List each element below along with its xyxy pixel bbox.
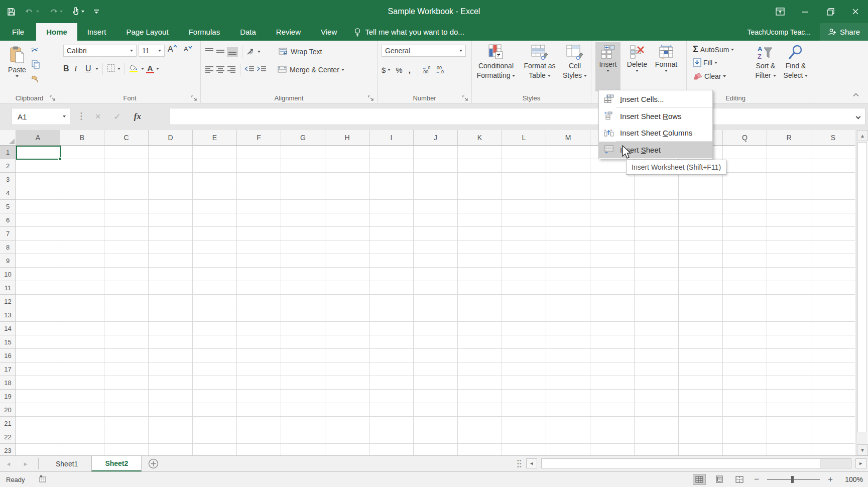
cell-A17[interactable]: [16, 362, 60, 376]
tab-insert[interactable]: Insert: [77, 23, 116, 41]
row-header-2[interactable]: 2: [0, 159, 16, 173]
cell-O18[interactable]: [635, 376, 679, 390]
cell-Q15[interactable]: [723, 335, 767, 349]
alignment-dialog-launcher[interactable]: [368, 95, 375, 101]
cell-Q1[interactable]: [723, 146, 767, 159]
cell-H13[interactable]: [325, 308, 369, 322]
cell-E6[interactable]: [193, 213, 237, 227]
horizontal-scroll-thumb[interactable]: [542, 459, 820, 468]
cell-Q10[interactable]: [723, 268, 767, 281]
cell-E19[interactable]: [193, 390, 237, 403]
zoom-in-button[interactable]: +: [827, 474, 834, 484]
cell-Q9[interactable]: [723, 254, 767, 268]
column-header-A[interactable]: A: [16, 130, 60, 146]
cell-E12[interactable]: [193, 295, 237, 308]
cell-L19[interactable]: [502, 390, 546, 403]
cell-L1[interactable]: [502, 146, 546, 159]
sheet-tab-sheet1[interactable]: Sheet1: [43, 456, 91, 471]
find-select-button[interactable]: Find & Select: [781, 42, 810, 80]
clear-button[interactable]: Clear: [693, 72, 726, 80]
cell-K9[interactable]: [458, 254, 502, 268]
cell-C2[interactable]: [104, 159, 149, 173]
cell-D9[interactable]: [149, 254, 193, 268]
column-header-B[interactable]: B: [60, 130, 104, 146]
name-box[interactable]: A1: [11, 108, 70, 125]
column-header-M[interactable]: M: [546, 130, 590, 146]
cell-H10[interactable]: [325, 268, 369, 281]
tab-view[interactable]: View: [311, 23, 347, 41]
scroll-up-icon[interactable]: ▲: [857, 130, 868, 141]
cell-P7[interactable]: [679, 227, 723, 240]
cell-M4[interactable]: [546, 186, 590, 200]
cell-styles-button[interactable]: Cell Styles: [560, 41, 589, 80]
underline-button[interactable]: U: [85, 64, 93, 73]
cell-J9[interactable]: [414, 254, 458, 268]
cell-B18[interactable]: [60, 376, 104, 390]
row-header-17[interactable]: 17: [0, 362, 16, 376]
cell-S3[interactable]: [811, 173, 855, 186]
cell-A5[interactable]: [16, 200, 60, 213]
number-dialog-launcher[interactable]: [462, 95, 469, 101]
cell-A15[interactable]: [16, 335, 60, 349]
horizontal-scrollbar[interactable]: •••••• ◄ ►: [517, 455, 866, 471]
cell-C7[interactable]: [104, 227, 149, 240]
cell-Q16[interactable]: [723, 349, 767, 362]
cell-F8[interactable]: [237, 240, 281, 254]
cell-R10[interactable]: [767, 268, 811, 281]
cell-C10[interactable]: [104, 268, 149, 281]
row-header-16[interactable]: 16: [0, 349, 16, 362]
cell-N5[interactable]: [590, 200, 635, 213]
cell-E3[interactable]: [193, 173, 237, 186]
cell-P10[interactable]: [679, 268, 723, 281]
cell-A10[interactable]: [16, 268, 60, 281]
cell-D7[interactable]: [149, 227, 193, 240]
cell-Q17[interactable]: [723, 362, 767, 376]
cell-K12[interactable]: [458, 295, 502, 308]
macro-record-icon[interactable]: [39, 475, 48, 484]
cell-F18[interactable]: [237, 376, 281, 390]
sheet-nav-next-icon[interactable]: ►: [17, 456, 34, 471]
cell-J15[interactable]: [414, 335, 458, 349]
cell-J3[interactable]: [414, 173, 458, 186]
fill-color-dropdown-icon[interactable]: [141, 68, 144, 70]
column-header-I[interactable]: I: [369, 130, 414, 146]
zoom-level[interactable]: 100%: [841, 475, 863, 483]
cell-R13[interactable]: [767, 308, 811, 322]
cell-Q19[interactable]: [723, 390, 767, 403]
zoom-slider-thumb[interactable]: [791, 476, 794, 483]
column-header-H[interactable]: H: [325, 130, 369, 146]
cell-M6[interactable]: [546, 213, 590, 227]
collapse-ribbon-icon[interactable]: [852, 91, 859, 99]
restore-icon[interactable]: [818, 0, 843, 23]
cell-M3[interactable]: [546, 173, 590, 186]
cell-Q3[interactable]: [723, 173, 767, 186]
cell-C6[interactable]: [104, 213, 149, 227]
cell-O3[interactable]: [635, 173, 679, 186]
row-header-3[interactable]: 3: [0, 173, 16, 186]
redo-icon[interactable]: [48, 8, 63, 15]
cell-P4[interactable]: [679, 186, 723, 200]
cell-H3[interactable]: [325, 173, 369, 186]
cell-O4[interactable]: [635, 186, 679, 200]
cancel-icon[interactable]: ×: [95, 111, 101, 122]
cell-M12[interactable]: [546, 295, 590, 308]
cell-M14[interactable]: [546, 322, 590, 335]
cell-E17[interactable]: [193, 362, 237, 376]
cell-B4[interactable]: [60, 186, 104, 200]
cell-G8[interactable]: [281, 240, 325, 254]
cell-M1[interactable]: [546, 146, 590, 159]
vertical-scroll-thumb[interactable]: [857, 142, 867, 432]
cell-D6[interactable]: [149, 213, 193, 227]
cell-G17[interactable]: [281, 362, 325, 376]
cell-B7[interactable]: [60, 227, 104, 240]
cell-I4[interactable]: [369, 186, 414, 200]
cell-C4[interactable]: [104, 186, 149, 200]
cell-S21[interactable]: [811, 417, 855, 430]
cell-R5[interactable]: [767, 200, 811, 213]
merge-center-button[interactable]: Merge & Center: [278, 66, 344, 74]
cell-C21[interactable]: [104, 417, 149, 430]
cell-K8[interactable]: [458, 240, 502, 254]
cell-C1[interactable]: [104, 146, 149, 159]
orientation-dropdown-icon[interactable]: [258, 51, 261, 53]
align-top-icon[interactable]: [205, 48, 214, 56]
